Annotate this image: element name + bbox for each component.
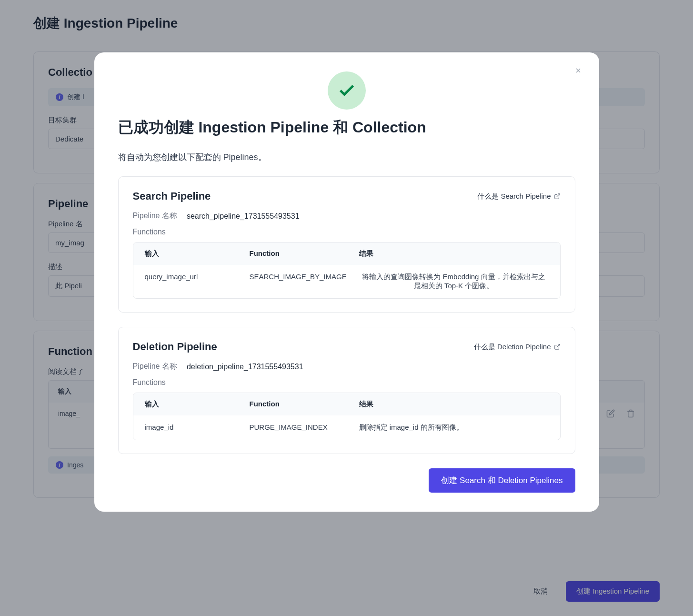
external-link-icon (554, 343, 561, 350)
deletion-name-row: Pipeline 名称 deletion_pipeline_1731555493… (133, 362, 561, 372)
deletion-pipeline-card: Deletion Pipeline 什么是 Deletion Pipeline … (118, 327, 575, 454)
deletion-name-value: deletion_pipeline_1731555493531 (187, 363, 303, 371)
deletion-row-input: image_id (145, 423, 250, 431)
deletion-func-table: 输入 Function 结果 image_id PURGE_IMAGE_INDE… (133, 393, 561, 440)
deletion-header-function: Function (250, 400, 359, 409)
modal-overlay[interactable]: 已成功创建 Ingestion Pipeline 和 Collection 将自… (0, 0, 693, 616)
search-row-result: 将输入的查询图像转换为 Embedding 向量，并检索出与之最相关的 Top-… (359, 273, 549, 291)
deletion-func-header: 输入 Function 结果 (133, 393, 560, 415)
search-func-header: 输入 Function 结果 (133, 242, 560, 265)
search-header-input: 输入 (145, 249, 250, 258)
deletion-functions-label: Functions (133, 378, 561, 387)
external-link-icon (554, 193, 561, 200)
close-button[interactable] (574, 66, 582, 77)
search-pipeline-title: Search Pipeline (133, 190, 211, 202)
search-pipeline-header: Search Pipeline 什么是 Search Pipeline (133, 190, 561, 202)
search-name-label: Pipeline 名称 (133, 211, 177, 221)
whatis-search-text: 什么是 Search Pipeline (477, 192, 551, 201)
deletion-header-result: 结果 (359, 400, 549, 409)
modal-title: 已成功创建 Ingestion Pipeline 和 Collection (118, 117, 575, 138)
modal-footer: 创建 Search 和 Deletion Pipelines (118, 468, 575, 493)
search-name-value: search_pipeline_1731555493531 (187, 212, 300, 221)
search-row-function: SEARCH_IMAGE_BY_IMAGE (250, 273, 359, 281)
modal: 已成功创建 Ingestion Pipeline 和 Collection 将自… (94, 52, 599, 512)
check-icon (337, 81, 356, 100)
deletion-row-function: PURGE_IMAGE_INDEX (250, 423, 359, 431)
search-name-row: Pipeline 名称 search_pipeline_173155549353… (133, 211, 561, 221)
search-func-row: query_image_url SEARCH_IMAGE_BY_IMAGE 将输… (133, 265, 560, 298)
create-pipelines-button[interactable]: 创建 Search 和 Deletion Pipelines (429, 468, 575, 493)
whatis-deletion-link[interactable]: 什么是 Deletion Pipeline (474, 343, 561, 352)
deletion-header-input: 输入 (145, 400, 250, 409)
search-pipeline-card: Search Pipeline 什么是 Search Pipeline Pipe… (118, 176, 575, 313)
deletion-pipeline-header: Deletion Pipeline 什么是 Deletion Pipeline (133, 341, 561, 353)
search-func-table: 输入 Function 结果 query_image_url SEARCH_IM… (133, 242, 561, 299)
search-header-result: 结果 (359, 249, 549, 258)
whatis-deletion-text: 什么是 Deletion Pipeline (474, 343, 551, 352)
svg-line-3 (556, 344, 559, 347)
svg-line-2 (556, 194, 559, 197)
success-icon (328, 71, 366, 110)
deletion-pipeline-title: Deletion Pipeline (133, 341, 217, 353)
search-header-function: Function (250, 249, 359, 258)
deletion-name-label: Pipeline 名称 (133, 362, 177, 372)
deletion-func-row: image_id PURGE_IMAGE_INDEX 删除指定 image_id… (133, 415, 560, 440)
whatis-search-link[interactable]: 什么是 Search Pipeline (477, 192, 560, 201)
deletion-row-result: 删除指定 image_id 的所有图像。 (359, 423, 549, 432)
search-row-input: query_image_url (145, 273, 250, 281)
modal-subtitle: 将自动为您创建以下配套的 Pipelines。 (118, 151, 575, 163)
search-functions-label: Functions (133, 228, 561, 236)
